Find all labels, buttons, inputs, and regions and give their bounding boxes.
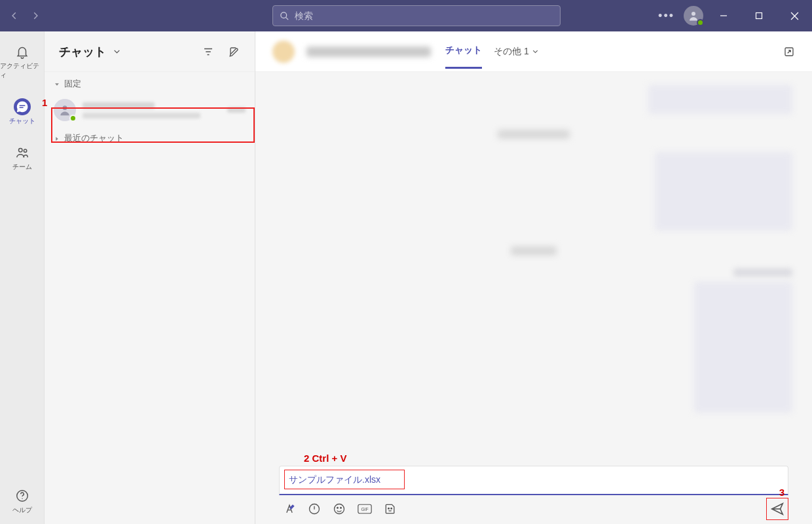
send-button[interactable] [770,502,784,516]
contact-avatar [54,99,76,121]
svg-point-13 [337,508,339,509]
svg-rect-3 [19,105,25,105]
user-avatar[interactable] [684,6,703,26]
chevron-right-icon [54,136,60,142]
search-icon [280,11,289,21]
section-recent[interactable]: 最近のチャット [45,126,255,148]
svg-point-18 [391,508,392,509]
emoji-icon[interactable] [333,502,346,515]
svg-point-1 [692,12,695,16]
app-rail: アクティビティ チャット チーム ヘルプ [0,31,45,524]
contact-avatar[interactable] [272,41,295,63]
rail-label: アクティビティ [0,62,44,80]
svg-point-6 [24,149,26,152]
person-icon [58,103,71,117]
nav-back-button[interactable] [5,7,24,25]
tab-other[interactable]: その他 1 [494,46,539,68]
chevron-down-icon [532,48,539,55]
chevron-down-icon [54,81,60,88]
chat-list-item[interactable] [47,94,252,126]
rail-item-activity[interactable]: アクティビティ [0,41,44,83]
sticker-icon[interactable] [384,502,397,515]
contact-name [306,47,431,57]
chat-icon [14,98,31,115]
window-close-button[interactable] [779,0,809,31]
chat-list-header: チャット [45,31,255,72]
message-list [255,72,812,466]
window-maximize-button[interactable] [744,0,774,31]
teams-icon [14,144,31,161]
compose-attachment-link[interactable]: サンプルファイル.xlsx [289,474,380,485]
chat-list-panel: チャット 固定 [45,31,255,524]
rail-label: ヘルプ [12,506,32,515]
help-icon [14,487,31,504]
rail-item-teams[interactable]: チーム [0,141,44,174]
chat-header: チャット その他 1 [255,31,812,72]
chevron-down-icon[interactable] [113,47,121,56]
format-icon[interactable] [283,502,296,515]
window-minimize-button[interactable] [709,0,739,31]
svg-rect-4 [19,107,23,108]
svg-point-8 [22,498,22,498]
tab-chat[interactable]: チャット [445,45,482,69]
svg-text:GIF: GIF [361,507,368,512]
title-bar: ••• [0,0,812,31]
popout-icon[interactable] [783,46,795,58]
nav-forward-button[interactable] [26,7,45,25]
compose-area: サンプルファイル.xlsx GIF [255,466,812,524]
presence-indicator [697,19,704,26]
svg-point-9 [63,105,67,110]
bell-icon [14,43,31,60]
svg-point-5 [18,149,22,153]
section-label: 固定 [64,79,81,90]
gif-icon[interactable]: GIF [358,502,372,515]
svg-point-12 [335,504,344,514]
search-box[interactable] [272,5,561,26]
rail-label: チャット [9,117,35,126]
more-options-button[interactable]: ••• [654,9,678,23]
search-input[interactable] [295,10,553,21]
svg-rect-2 [756,13,762,19]
compose-toolbar: GIF [279,495,788,516]
rail-label: チーム [12,162,32,172]
section-pinned[interactable]: 固定 [45,72,255,94]
compose-box[interactable]: サンプルファイル.xlsx [279,466,788,495]
priority-icon[interactable] [308,502,321,515]
tab-label: その他 1 [494,46,529,58]
new-chat-icon[interactable] [229,46,240,58]
chat-list-title: チャット [59,44,106,60]
svg-point-17 [388,508,390,509]
section-label: 最近のチャット [64,133,124,144]
svg-point-0 [281,12,287,18]
rail-item-help[interactable]: ヘルプ [0,485,44,517]
svg-point-14 [341,508,342,509]
rail-item-chat[interactable]: チャット [0,96,44,128]
chat-main: チャット その他 1 2 Ctrl + V サンプルファイル. [255,31,812,524]
filter-icon[interactable] [202,46,214,58]
presence-indicator [69,115,77,122]
